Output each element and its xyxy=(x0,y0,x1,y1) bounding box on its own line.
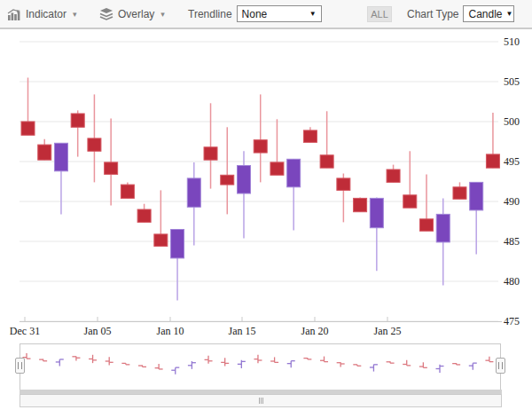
y-tick-label: 485 xyxy=(504,235,532,248)
candle-down xyxy=(137,209,151,222)
candle-down xyxy=(420,219,434,231)
candle-down xyxy=(387,170,400,182)
candle-down xyxy=(270,162,284,175)
candle-down xyxy=(71,114,84,127)
candle-up xyxy=(187,178,200,207)
y-tick-label: 495 xyxy=(504,155,532,169)
candle-down xyxy=(38,145,51,160)
candle-down xyxy=(154,234,168,247)
y-tick-label: 480 xyxy=(504,275,532,288)
candle-down xyxy=(204,147,217,160)
y-tick-label: 500 xyxy=(504,115,532,129)
candle-down xyxy=(453,187,466,200)
scrollbar-grip-icon[interactable] xyxy=(261,398,262,404)
candle-up xyxy=(370,198,383,227)
y-tick-label: 510 xyxy=(504,35,532,49)
left-handle-grip-icon xyxy=(18,362,22,369)
candle-down xyxy=(21,122,35,135)
right-handle-grip-icon xyxy=(498,362,503,369)
candle-down xyxy=(254,140,267,153)
candle-up xyxy=(171,230,184,258)
navigator-left-handle[interactable] xyxy=(15,358,25,374)
navigator-panel[interactable] xyxy=(20,343,501,390)
candle-down xyxy=(221,175,234,185)
x-tick-label: Dec 31 xyxy=(0,325,50,338)
candle-up xyxy=(470,182,483,210)
x-tick-label: Jan 10 xyxy=(145,325,195,338)
x-tick-label: Jan 20 xyxy=(290,325,340,338)
candle-down xyxy=(303,130,317,143)
candle-up xyxy=(287,159,301,187)
candle-up xyxy=(54,143,67,171)
candle-down xyxy=(486,154,499,168)
scrollbar-track[interactable] xyxy=(20,394,502,407)
y-tick-label: 505 xyxy=(504,75,532,89)
candle-up xyxy=(436,214,450,242)
candle-down xyxy=(354,198,367,211)
x-tick-label: Jan 25 xyxy=(363,325,412,338)
x-tick-label: Jan 15 xyxy=(217,325,267,338)
navigator-right-handle[interactable] xyxy=(496,358,505,374)
candle-down xyxy=(121,185,134,198)
candle-down xyxy=(337,178,350,191)
y-tick-label: 475 xyxy=(504,315,532,328)
candle-down xyxy=(403,195,417,208)
candle-down xyxy=(88,138,101,151)
candle-up xyxy=(237,166,250,194)
x-tick-label: Jan 05 xyxy=(73,325,122,338)
y-tick-label: 490 xyxy=(504,195,532,209)
stock-chart-app: Indicator ▾ Overlay ▾ Trendline None ▼ A… xyxy=(0,0,532,410)
candle-down xyxy=(105,162,118,175)
candle-down xyxy=(320,155,333,168)
